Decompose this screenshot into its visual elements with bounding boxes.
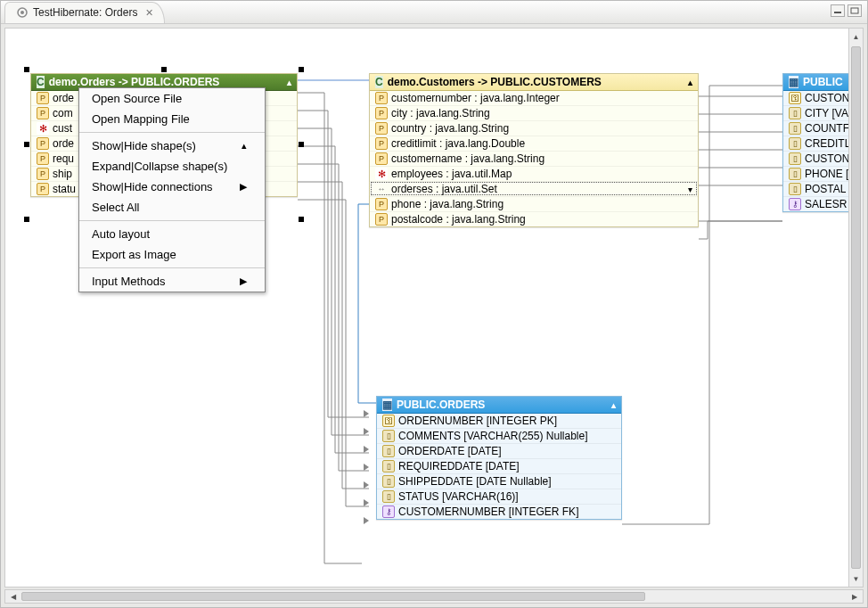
chevron-up-icon[interactable]: ▴	[688, 78, 692, 87]
menu-select-all[interactable]: Select All	[79, 197, 265, 218]
field-row[interactable]: Pcountry : java.lang.String	[370, 120, 698, 136]
close-icon[interactable]: ✕	[145, 7, 153, 19]
field-label: PHONE [	[805, 168, 848, 180]
field-row[interactable]: Pphone : java.lang.String	[370, 196, 698, 211]
field-label: CREDITL	[805, 137, 850, 150]
menu-expand-collapse[interactable]: Expand|Collapse shape(s)	[79, 156, 265, 177]
field-label: cust	[53, 122, 72, 135]
column-icon: ▯	[382, 475, 395, 488]
column-icon: ▯	[789, 168, 801, 180]
fk-icon: ⚷	[789, 198, 801, 210]
menu-input-methods[interactable]: Input Methods▶	[79, 271, 265, 292]
field-row[interactable]: ⚿ORDERNUMBER [INTEGER PK]	[377, 414, 621, 428]
menu-separator	[79, 132, 265, 133]
field-row[interactable]: ✻employees : java.util.Map	[370, 166, 698, 181]
field-row[interactable]: Pcreditlimit : java.lang.Double	[370, 136, 698, 151]
field-label: orde	[53, 137, 74, 150]
field-row[interactable]: ▯STATUS [VARCHAR(16)]	[377, 489, 621, 504]
class-icon: C	[375, 76, 383, 88]
field-label: creditlimit : java.lang.Double	[391, 137, 525, 150]
property-icon: P	[375, 122, 388, 135]
menu-show-hide-shape[interactable]: Show|Hide shape(s)▴	[79, 136, 265, 156]
property-icon: P	[375, 137, 388, 150]
svg-marker-9	[364, 499, 369, 506]
field-label: ship	[53, 168, 72, 180]
property-icon: P	[37, 152, 49, 165]
field-label: phone : java.lang.String	[391, 198, 504, 210]
association-icon: ✻	[375, 168, 388, 180]
diagram-canvas[interactable]: C demo.Orders -> PUBLIC.ORDERS ▴ PordePc…	[4, 28, 864, 587]
field-row[interactable]: ▯REQUIREDDATE [DATE]	[377, 458, 621, 473]
menu-show-hide-conn[interactable]: Show|Hide connections▶	[79, 177, 265, 197]
horizontal-scrollbar[interactable]: ◀ ▶	[4, 589, 864, 604]
chevron-right-icon: ▶	[240, 275, 247, 287]
svg-rect-2	[834, 12, 841, 13]
menu-open-source[interactable]: Open Source File	[79, 88, 265, 109]
property-icon: P	[375, 152, 388, 165]
property-icon: P	[37, 183, 49, 195]
property-icon: P	[37, 137, 49, 150]
svg-marker-5	[364, 428, 369, 435]
menu-open-mapping[interactable]: Open Mapping File	[79, 109, 265, 129]
svg-rect-3	[851, 8, 858, 13]
menu-auto-layout[interactable]: Auto layout	[79, 224, 265, 244]
entity-header[interactable]: C demo.Customers -> PUBLIC.CUSTOMERS ▴	[370, 74, 698, 91]
entity-header[interactable]: ▦ PUBLIC.ORDERS ▴	[377, 397, 621, 414]
column-icon: ▯	[382, 490, 395, 503]
vertical-scrollbar[interactable]: ▲ ▼	[848, 29, 863, 587]
field-label: COUNTF	[805, 122, 849, 135]
field-row[interactable]: ▯ORDERDATE [DATE]	[377, 443, 621, 458]
property-icon: P	[37, 168, 49, 180]
column-icon: ▯	[382, 445, 395, 457]
field-label: POSTAL	[805, 183, 846, 195]
field-row[interactable]: ↔orderses : java.util.Set▾	[370, 181, 698, 196]
field-row[interactable]: Pcustomernumber : java.lang.Integer	[370, 91, 698, 105]
chevron-up-icon[interactable]: ▴	[287, 78, 291, 87]
maximize-button[interactable]	[848, 4, 862, 17]
entity-demo-customers[interactable]: C demo.Customers -> PUBLIC.CUSTOMERS ▴ P…	[369, 73, 699, 227]
field-label: ORDERNUMBER [INTEGER PK]	[398, 415, 557, 427]
field-label: REQUIREDDATE [DATE]	[398, 460, 520, 472]
property-icon: P	[375, 107, 388, 119]
entity-public-orders[interactable]: ▦ PUBLIC.ORDERS ▴ ⚿ORDERNUMBER [INTEGER …	[376, 396, 622, 520]
field-label: customernumber : java.lang.Integer	[391, 92, 560, 104]
svg-marker-6	[364, 446, 369, 453]
column-icon: ▯	[789, 152, 801, 165]
field-label: com	[53, 107, 73, 119]
field-label: employees : java.util.Map	[391, 168, 512, 180]
field-row[interactable]: ⚷CUSTOMERNUMBER [INTEGER FK]	[377, 504, 621, 519]
pk-icon: ⚿	[789, 92, 801, 104]
chevron-up-icon[interactable]: ▴	[611, 400, 616, 410]
field-label: postalcode : java.lang.String	[391, 213, 526, 226]
scroll-right-icon[interactable]: ▶	[848, 590, 861, 603]
chevron-down-icon[interactable]: ▾	[688, 185, 692, 194]
svg-marker-4	[364, 410, 369, 417]
menu-separator	[79, 267, 265, 268]
field-label: CITY [VA	[805, 107, 848, 119]
field-row[interactable]: ▯SHIPPEDDATE [DATE Nullable]	[377, 473, 621, 489]
scroll-down-icon[interactable]: ▼	[849, 572, 863, 585]
table-icon: ▦	[789, 76, 798, 88]
svg-marker-10	[364, 517, 369, 524]
column-icon: ▯	[382, 430, 395, 442]
field-row[interactable]: ▯COMMENTS [VARCHAR(255) Nullable]	[377, 428, 621, 443]
menu-export-image[interactable]: Export as Image	[79, 244, 265, 265]
editor-tab[interactable]: TestHibernate: Orders ✕	[4, 2, 165, 23]
field-label: orde	[53, 92, 74, 104]
field-row[interactable]: Pcustomername : java.lang.String	[370, 151, 698, 166]
minimize-button[interactable]	[831, 4, 845, 17]
scroll-up-icon[interactable]: ▲	[849, 30, 863, 43]
property-icon: P	[37, 107, 49, 119]
scroll-thumb[interactable]	[21, 592, 645, 601]
field-label: city : java.lang.String	[391, 107, 490, 119]
field-row[interactable]: Ppostalcode : java.lang.String	[370, 211, 698, 226]
property-icon: P	[375, 198, 388, 210]
scroll-left-icon[interactable]: ◀	[7, 590, 20, 603]
svg-marker-7	[364, 464, 369, 471]
hibernate-icon	[16, 6, 29, 19]
context-menu: Open Source File Open Mapping File Show|…	[78, 87, 266, 292]
scroll-thumb[interactable]	[851, 46, 861, 569]
field-label: requ	[53, 152, 74, 165]
column-icon: ▯	[382, 460, 395, 472]
field-row[interactable]: Pcity : java.lang.String	[370, 105, 698, 120]
